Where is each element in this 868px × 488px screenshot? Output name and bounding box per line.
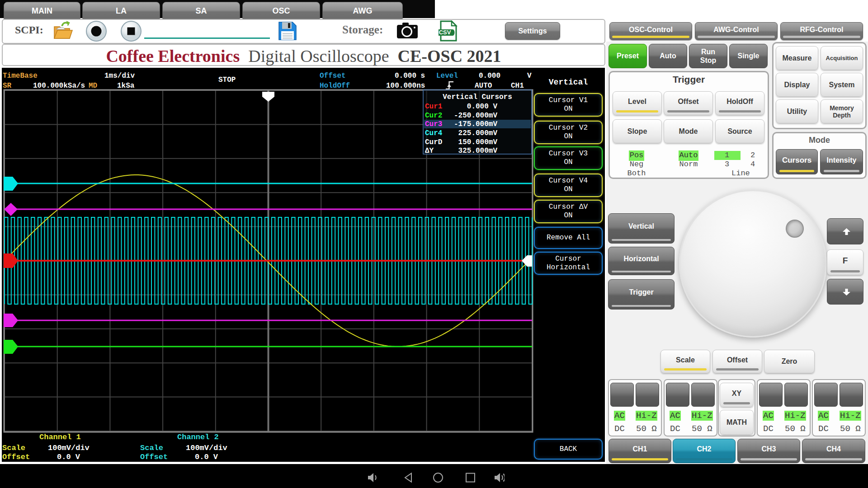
svg-text:325.000mV: 325.000mV bbox=[458, 147, 498, 155]
svg-text:-250.000mV: -250.000mV bbox=[454, 112, 497, 120]
svg-text:Cur1: Cur1 bbox=[425, 103, 442, 111]
svg-text:Cur3: Cur3 bbox=[425, 120, 442, 128]
svg-text:Cur4: Cur4 bbox=[425, 129, 443, 137]
svg-text:Cur2: Cur2 bbox=[425, 112, 442, 120]
svg-text:-175.000mV: -175.000mV bbox=[454, 120, 497, 128]
svg-text:ΔY: ΔY bbox=[425, 147, 434, 155]
svg-text:CurD: CurD bbox=[425, 138, 442, 146]
svg-text:150.000mV: 150.000mV bbox=[458, 138, 498, 146]
svg-text:225.000mV: 225.000mV bbox=[458, 129, 498, 137]
svg-text:0.000 V: 0.000 V bbox=[467, 103, 498, 111]
svg-text:Vertical Cursors: Vertical Cursors bbox=[443, 93, 512, 101]
